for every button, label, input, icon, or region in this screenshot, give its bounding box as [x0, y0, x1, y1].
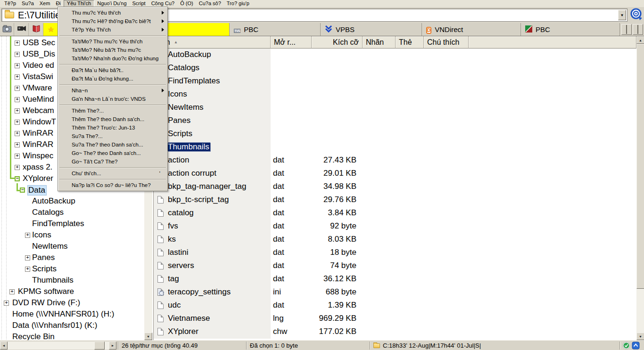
tree-item-panes[interactable]: +Panes	[0, 252, 144, 264]
tree-item-recycle-bin[interactable]: Recycle Bin	[0, 332, 144, 340]
file-row-newitems[interactable]: NewItems	[154, 101, 636, 114]
file-row-catalogs[interactable]: Catalogs	[154, 62, 636, 75]
expand-plus-icon[interactable]: +	[25, 233, 30, 238]
file-row-catalog[interactable]: catalogdat3.84 KB	[154, 207, 636, 220]
tree-item-home-vnhanfsr01-h[interactable]: Home (\\VNHANFSR01) (H:)	[0, 309, 144, 320]
go-target-icon[interactable]	[630, 8, 643, 21]
file-row-thumbnails[interactable]: Thumbnails	[154, 141, 636, 154]
tree-item-findtemplates[interactable]: FindTemplates	[0, 219, 144, 230]
column-header-t-n[interactable]: Tên▲	[154, 36, 271, 49]
menu-item-t-p-y-u-thi-ch[interactable]: Tê?p Yêu Thi'ch	[58, 25, 167, 34]
expand-plus-icon[interactable]: +	[25, 255, 30, 260]
file-row-scripts[interactable]: Scripts	[154, 128, 636, 141]
tab-pbc-1[interactable]: TVSPBC	[230, 23, 321, 36]
scroll-down-button[interactable]: ▼	[636, 333, 644, 340]
menu-item-ta-t-mo-thu-mu-c-y-u-thi-ch[interactable]: Ta't/Mo? Thu mu?c Yêu thi'ch	[58, 37, 167, 46]
column-header-nh-n[interactable]: Nhãn	[363, 36, 396, 49]
file-row-teracopy-settings[interactable]: teracopy_settingsini688 byte	[154, 286, 636, 299]
tree-item-scripts[interactable]: +Scripts	[0, 264, 144, 275]
toolbar-button-book[interactable]	[29, 23, 43, 36]
file-row-ks[interactable]: ksdat8.03 KB	[154, 233, 636, 246]
menu-item-su-a-the-theo-danh-sa-ch[interactable]: Su?a The? theo Danh sa'ch...	[58, 140, 167, 149]
menubar-item-cu-a-s[interactable]: Cu?a sô?	[196, 0, 224, 7]
column-header-th[interactable]: Thẻ	[396, 36, 424, 49]
tree-item-icons[interactable]: +Icons	[0, 230, 144, 241]
expand-plus-icon[interactable]: +	[15, 41, 20, 46]
menu-item-thu-mu-c-y-u-thi-ch[interactable]: Thu mu?c Yêu thi'ch	[58, 8, 167, 17]
menubar-item-c-ng-cu[interactable]: Công Cu?	[149, 0, 178, 7]
menu-item-thu-mu-c-h-th-ng-a-c-bi-t[interactable]: Thu mu?c Hê? thô'ng Đa?c biê?t	[58, 17, 167, 25]
file-row-bkp-tag-manager-tag[interactable]: bkp_tag-manager_tagdat34.98 KB	[154, 180, 636, 194]
expand-plus-icon[interactable]: +	[15, 86, 20, 91]
expand-plus-icon[interactable]: +	[15, 120, 20, 125]
list-scroll-thumb[interactable]	[636, 44, 644, 289]
file-row-bkp-tc-script-tag[interactable]: bkp_tc-script_tagdat29.76 KB	[154, 194, 636, 207]
expand-plus-icon[interactable]: +	[15, 108, 20, 114]
menu-item-go-the-theo-danh-sa-ch[interactable]: Go~ The? theo Danh sa'ch...	[58, 149, 167, 157]
menu-item-ta-t-mo-n-u-b-t-thu-mu-c[interactable]: Ta't/Mo? Nêu bâ?t Thu mu?c	[58, 46, 167, 54]
file-row-vietnamese[interactable]: Vietnameselng969.29 KB	[154, 312, 636, 326]
expand-plus-icon[interactable]: +	[15, 131, 20, 136]
menu-item-chu-thi-ch[interactable]: Chu' thi'ch...'	[58, 169, 167, 178]
tree-item-newitems[interactable]: NewItems	[0, 241, 144, 252]
menubar-item-i[interactable]: Đi	[53, 0, 63, 7]
column-header-k-ch-c[interactable]: Kích cỡ	[312, 36, 363, 49]
tree-item-catalogs[interactable]: Catalogs	[0, 207, 144, 219]
expand-plus-icon[interactable]: +	[25, 267, 30, 272]
address-dropdown-button[interactable]: ▼	[618, 10, 626, 20]
column-header-m-r[interactable]: Mở r...	[271, 36, 312, 49]
file-row-findtemplates[interactable]: FindTemplates	[154, 75, 636, 88]
file-row-udc[interactable]: udcdat1.39 KB	[154, 299, 636, 312]
tree-item-dvd-rw-drive-f[interactable]: +DVD RW Drive (F:)	[0, 298, 144, 309]
tab-action-green-diamond[interactable]	[621, 24, 632, 35]
menubar-item-nguo-i-du-ng[interactable]: Nguo'i Du'ng	[94, 0, 129, 7]
expand-plus-icon[interactable]: +	[15, 142, 20, 147]
file-row-tag[interactable]: tagdat36.12 KB	[154, 273, 636, 286]
expand-plus-icon[interactable]: +	[15, 63, 20, 68]
file-row-action-corrupt[interactable]: action corruptdat29.01 KB	[154, 167, 636, 180]
tab-vpbs-2[interactable]: VPBS	[321, 23, 422, 36]
menu-item-a-t-ma-u-o-ng-khung[interactable]: Đa?t Ma`u Đo'ng khung...	[58, 74, 167, 83]
scroll-right-button[interactable]: ►	[109, 342, 116, 350]
menu-item-a-t-ma-u-n-u-b-t[interactable]: Đa?t Ma`u Nêu bâ?t..	[58, 66, 167, 74]
menu-item-su-a-the[interactable]: Su?a The?...	[58, 132, 167, 140]
file-row-icons[interactable]: Icons	[154, 88, 636, 101]
menu-item-th-m-the[interactable]: Thêm The?...	[58, 106, 167, 115]
expand-plus-icon[interactable]: +	[15, 52, 20, 57]
menubar-item-tro-giu-p[interactable]: Tro? giu'p	[224, 0, 252, 7]
menubar-item-t-p[interactable]: Tê?p	[1, 0, 19, 7]
tree-item-kpmg-software[interactable]: +KPMG software	[0, 286, 144, 298]
menubar-item-y-u-thi-ch[interactable]: Yêu Thi'ch	[64, 0, 94, 7]
toolbar-button-camera[interactable]	[0, 23, 14, 36]
expand-plus-icon[interactable]: +	[15, 97, 20, 102]
tree-item-autobackup[interactable]: AutoBackup	[0, 196, 144, 207]
blue-up-icon[interactable]	[632, 342, 640, 350]
menu-item-ta-t-mo-nha-nh-duo-c-o-ng-khung[interactable]: Ta't/Mo? Nha'nh duo?c Đo'ng khung	[58, 54, 167, 63]
scroll-left-button[interactable]: ◄	[0, 342, 8, 350]
file-row-action[interactable]: actiondat27.43 KB	[154, 154, 636, 167]
tab-vndirect-3[interactable]: DVNDirect	[422, 23, 521, 36]
scroll-up-button[interactable]: ▲	[636, 36, 644, 44]
column-header-ch-th-ch[interactable]: Chú thích	[424, 36, 469, 49]
menubar-item-su-a[interactable]: Su?a	[19, 0, 37, 7]
tree-item-data-vnhanfsr01-k[interactable]: Data (\\Vnhanfsr01) (K:)	[0, 320, 144, 332]
file-row-autobackup[interactable]: AutoBackup	[154, 49, 636, 62]
toolbar-button-camcorder[interactable]	[15, 23, 29, 36]
menu-item-th-m-the-truo-c-jun-13[interactable]: Thêm The? Truo'c: Jun-13	[58, 123, 167, 132]
expand-plus-icon[interactable]: +	[15, 165, 20, 170]
expand-plus-icon[interactable]: +	[15, 74, 20, 80]
menu-item-th-m-the-theo-danh-sa-ch[interactable]: Thêm The? theo Danh sa'ch...	[58, 115, 167, 123]
menubar-item-o[interactable]: Ô (O)	[177, 0, 196, 7]
tab-action-orange-diamond[interactable]	[633, 24, 643, 35]
file-row-lastini[interactable]: lastinidat18 byte	[154, 246, 636, 260]
tree-item-thumbnails[interactable]: Thumbnails	[0, 275, 144, 286]
expand-plus-icon[interactable]: +	[4, 301, 9, 306]
file-row-servers[interactable]: serversdat74 byte	[154, 260, 636, 273]
menu-item-nha-n[interactable]: Nha~n	[58, 86, 167, 95]
menu-item-go-t-t-ca-the[interactable]: Go~ Tâ't Ca? The?	[58, 157, 167, 166]
file-row-fvs[interactable]: fvsdat92 byte	[154, 220, 636, 233]
scroll-down-button[interactable]: ▼	[144, 333, 152, 340]
expand-plus-icon[interactable]: +	[9, 289, 15, 294]
menu-item-na-p-la-i-co-so-du-li-u-the[interactable]: Na?p la?i Co so? du~ liê?u The?	[58, 181, 167, 189]
file-row-panes[interactable]: Panes	[154, 114, 636, 128]
